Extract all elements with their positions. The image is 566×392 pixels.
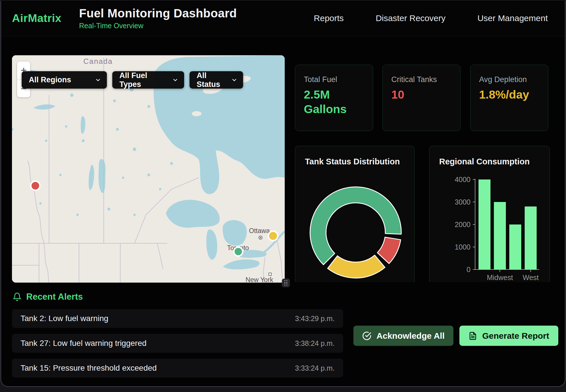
alert-time: 3:43:29 p.m. bbox=[295, 315, 335, 323]
bar-midwest[interactable] bbox=[494, 202, 506, 270]
file-text-icon bbox=[469, 331, 477, 340]
nav-item-user-management[interactable]: User Management bbox=[477, 13, 548, 23]
map-marker-normal[interactable] bbox=[234, 247, 243, 256]
y-axis-tick-label: 3000 bbox=[455, 198, 471, 206]
map-island bbox=[192, 111, 201, 116]
map-label-new-york: New York bbox=[245, 276, 273, 283]
stat-card-avg-depletion: Avg Depletion 1.8%/day bbox=[470, 65, 548, 131]
fuel-types-filter-dropdown[interactable]: All Fuel Types bbox=[112, 71, 184, 89]
stat-card-critical-tanks: Critical Tanks 10 bbox=[382, 65, 461, 131]
map-label-ottawa: Ottawa bbox=[249, 227, 270, 234]
generate-report-button[interactable]: Generate Report bbox=[459, 326, 558, 346]
bar-region-3[interactable] bbox=[509, 224, 521, 270]
stat-label: Critical Tanks bbox=[391, 75, 452, 84]
status-filter-label: All Status bbox=[197, 71, 227, 89]
chart-title: Regional Consumption bbox=[429, 146, 549, 166]
y-axis-tick-label: 1000 bbox=[455, 243, 471, 251]
bar-west[interactable] bbox=[525, 207, 537, 270]
map-label-canada: Canada bbox=[83, 57, 113, 66]
stat-label: Total Fuel bbox=[304, 75, 365, 84]
x-axis-tick-label: Midwest bbox=[487, 273, 513, 281]
bell-icon bbox=[13, 292, 22, 302]
map-panel[interactable]: Canada Ottawa Toronto New York + − All R… bbox=[12, 55, 285, 283]
regional-consumption-bar-chart: 40003000200010000MidwestWest bbox=[429, 146, 550, 282]
map-marker-critical[interactable] bbox=[31, 181, 40, 190]
stat-value: 2.5M Gallons bbox=[304, 87, 365, 117]
alert-row[interactable]: Tank 27: Low fuel warning triggered 3:38… bbox=[12, 334, 343, 353]
map-canvas[interactable]: Canada Ottawa Toronto New York bbox=[12, 55, 285, 283]
chevron-down-icon bbox=[172, 77, 178, 83]
status-filter-dropdown[interactable]: All Status bbox=[190, 71, 243, 89]
alerts-header: Recent Alerts bbox=[13, 292, 83, 302]
nav-item-disaster-recovery[interactable]: Disaster Recovery bbox=[376, 13, 445, 23]
acknowledge-all-button[interactable]: Acknowledge All bbox=[353, 326, 453, 346]
alert-row[interactable]: Tank 15: Pressure threshold exceeded 3:3… bbox=[12, 359, 343, 377]
alert-text: Tank 27: Low fuel warning triggered bbox=[21, 339, 146, 348]
chevron-down-icon bbox=[95, 77, 101, 83]
generate-report-label: Generate Report bbox=[482, 331, 549, 341]
donut-segment-warning[interactable] bbox=[327, 255, 385, 278]
page-title: Fuel Monitoring Dashboard bbox=[79, 7, 237, 20]
alert-text: Tank 2: Low fuel warning bbox=[21, 314, 108, 323]
title-block: Fuel Monitoring Dashboard Real-Time Over… bbox=[79, 7, 237, 30]
stat-value: 10 bbox=[391, 87, 452, 102]
y-axis-tick-label: 2000 bbox=[455, 220, 471, 228]
chevron-down-icon bbox=[231, 77, 237, 83]
stat-card-total-fuel: Total Fuel 2.5M Gallons bbox=[295, 65, 373, 131]
tank-status-donut-chart bbox=[295, 146, 415, 282]
regional-consumption-card: 40003000200010000MidwestWest Regional Co… bbox=[429, 146, 550, 282]
nav-item-reports[interactable]: Reports bbox=[314, 13, 344, 23]
chart-title: Tank Status Distribution bbox=[295, 146, 414, 166]
tank-status-card: Tank Status Distribution bbox=[295, 146, 415, 282]
brand-logo[interactable]: AirMatrix bbox=[12, 12, 62, 24]
regions-filter-label: All Regions bbox=[29, 75, 71, 84]
map-filter-bar: All Regions All Fuel Types All Status bbox=[22, 71, 243, 89]
alerts-title: Recent Alerts bbox=[26, 292, 83, 302]
y-axis-tick-label: 4000 bbox=[455, 175, 471, 183]
alert-time: 3:33:24 p.m. bbox=[295, 364, 335, 372]
map-marker-warning[interactable] bbox=[268, 231, 278, 241]
regions-filter-dropdown[interactable]: All Regions bbox=[22, 71, 107, 89]
alert-row[interactable]: Tank 2: Low fuel warning 3:43:29 p.m. bbox=[12, 309, 343, 328]
fuel-types-filter-label: All Fuel Types bbox=[119, 71, 168, 89]
page-subtitle: Real-Time Overview bbox=[79, 22, 237, 30]
acknowledge-all-label: Acknowledge All bbox=[376, 331, 445, 341]
bar-region-1[interactable] bbox=[479, 179, 490, 270]
newyork-city-dot bbox=[269, 273, 271, 275]
y-axis-tick-label: 0 bbox=[467, 266, 471, 273]
x-axis-tick-label: West bbox=[523, 273, 539, 281]
dashboard-container: AirMatrix Fuel Monitoring Dashboard Real… bbox=[1, 0, 565, 387]
check-circle-icon bbox=[362, 331, 371, 340]
stat-value: 1.8%/day bbox=[479, 87, 540, 102]
app-header: AirMatrix Fuel Monitoring Dashboard Real… bbox=[1, 1, 565, 36]
alert-time: 3:38:24 p.m. bbox=[295, 339, 335, 348]
stat-label: Avg Depletion bbox=[479, 75, 540, 84]
resize-grip-icon[interactable] bbox=[282, 279, 290, 287]
main-nav: Reports Disaster Recovery User Managemen… bbox=[314, 13, 548, 23]
alert-text: Tank 15: Pressure threshold exceeded bbox=[21, 364, 157, 373]
donut-segment-critical[interactable] bbox=[377, 237, 401, 264]
